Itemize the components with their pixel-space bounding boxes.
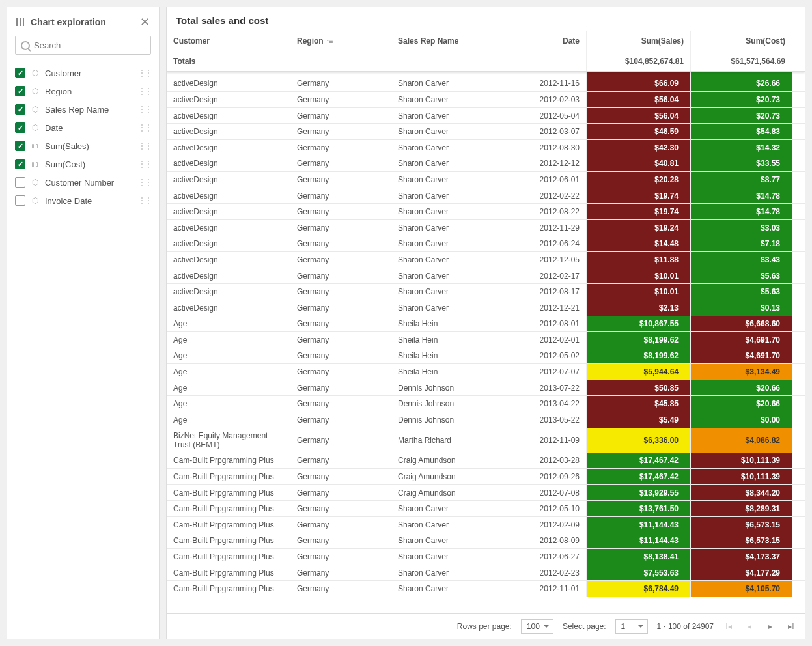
table-row[interactable]: activeDesignGermanySharon Carver2012-08-…	[167, 204, 805, 220]
table-body[interactable]: activeDesignGermanySharon Carver2012-12-…	[167, 72, 805, 613]
checkbox[interactable]	[15, 141, 25, 151]
checkbox[interactable]	[15, 195, 25, 206]
cube-icon: ⬡	[31, 196, 40, 205]
table-row[interactable]: activeDesignGermanySharon Carver2012-11-…	[167, 76, 805, 92]
page-first-icon[interactable]: I◂	[723, 621, 735, 632]
field-row[interactable]: ⬡Customer Number⋮⋮	[7, 173, 159, 191]
table-row[interactable]: Cam-Built Prpgramming PlusGermanySharon …	[167, 565, 805, 582]
table-row[interactable]: activeDesignGermanySharon Carver2012-12-…	[167, 252, 805, 268]
table-title: Total sales and cost	[167, 7, 805, 31]
field-row[interactable]: ⬡Date⋮⋮	[7, 119, 159, 137]
table-row[interactable]: Cam-Built Prpgramming PlusGermanyCraig A…	[167, 485, 805, 501]
table-row[interactable]: activeDesignGermanySharon Carver2012-12-…	[167, 300, 805, 316]
cube-icon: ⬡	[31, 123, 40, 132]
field-label: Sum(Cost)	[45, 160, 133, 169]
rows-per-page-select[interactable]: 100	[521, 619, 553, 634]
table-row[interactable]: BizNet Equity Management Trust (BEMT)Ger…	[167, 428, 805, 453]
col-sales-rep[interactable]: Sales Rep Name	[391, 31, 492, 51]
table-row[interactable]: Cam-Built Prpgramming PlusGermanySharon …	[167, 581, 805, 597]
select-page-select[interactable]: 1	[615, 619, 648, 634]
table-row[interactable]: activeDesignGermanySharon Carver2012-11-…	[167, 220, 805, 236]
table-row[interactable]: activeDesignGermanySharon Carver2012-02-…	[167, 188, 805, 204]
col-sum-sales[interactable]: Sum(Sales)	[587, 31, 691, 51]
page-next-icon[interactable]: ▸	[764, 621, 776, 632]
drag-handle-icon[interactable]: ⋮⋮	[138, 68, 151, 77]
cube-icon: ⬡	[31, 178, 40, 187]
field-label: Sales Rep Name	[45, 105, 133, 115]
table-row[interactable]: activeDesignGermanySharon Carver2012-06-…	[167, 172, 805, 188]
table-row[interactable]: Cam-Built Prpgramming PlusGermanyCraig A…	[167, 453, 805, 470]
drag-handle-icon[interactable]: ⋮⋮	[138, 123, 151, 132]
drag-handle-icon[interactable]: ⋮⋮	[138, 87, 151, 96]
bars-icon: ⫾⫾	[31, 160, 40, 169]
rows-per-page-label: Rows per page:	[457, 622, 512, 631]
table-row[interactable]: activeDesignGermanySharon Carver2012-12-…	[167, 72, 805, 76]
checkbox[interactable]	[15, 159, 25, 169]
main-panel: Total sales and cost Customer Region↑≡ S…	[166, 7, 805, 639]
field-row[interactable]: ⬡Sales Rep Name⋮⋮	[7, 100, 159, 119]
close-icon[interactable]: ✕	[140, 15, 150, 29]
table-row[interactable]: Cam-Built Prpgramming PlusGermanySharon …	[167, 517, 805, 533]
table-row[interactable]: activeDesignGermanySharon Carver2012-02-…	[167, 92, 805, 108]
page-prev-icon[interactable]: ◂	[744, 621, 755, 632]
table-row[interactable]: activeDesignGermanySharon Carver2012-08-…	[167, 284, 805, 300]
table-row[interactable]: activeDesignGermanySharon Carver2012-03-…	[167, 124, 805, 140]
select-page-label: Select page:	[563, 622, 606, 631]
field-row[interactable]: ⬡Invoice Date⋮⋮	[7, 191, 159, 210]
range-text: 1 - 100 of 24907	[657, 622, 714, 631]
table-row[interactable]: Cam-Built Prpgramming PlusGermanySharon …	[167, 501, 805, 517]
drag-handle-icon[interactable]: ⋮⋮	[138, 160, 151, 169]
drag-handle-icon[interactable]: ⋮⋮	[138, 141, 151, 150]
table-row[interactable]: AgeGermanySheila Hein2012-07-07$5,944.64…	[167, 364, 805, 380]
field-row[interactable]: ⫾⫾Sum(Sales)⋮⋮	[7, 137, 159, 155]
drag-handle-icon[interactable]: ⋮⋮	[138, 196, 151, 205]
table-row[interactable]: AgeGermanySheila Hein2012-08-01$10,867.5…	[167, 316, 805, 333]
app-root: Chart exploration ✕ ⬡Customer⋮⋮⬡Region⋮⋮…	[0, 0, 812, 646]
table-row[interactable]: activeDesignGermanySharon Carver2012-08-…	[167, 140, 805, 156]
col-customer[interactable]: Customer	[167, 31, 290, 51]
table-row[interactable]: AgeGermanySheila Hein2012-05-02$8,199.62…	[167, 348, 805, 365]
table-row[interactable]: Cam-Built Prpgramming PlusGermanySharon …	[167, 533, 805, 550]
totals-sales: $104,852,674.81	[587, 51, 691, 71]
totals-row: Totals $104,852,674.81 $61,571,564.69	[167, 51, 805, 72]
table-row[interactable]: AgeGermanyDennis Johnson2013-05-22$5.49$…	[167, 412, 805, 428]
field-row[interactable]: ⫾⫾Sum(Cost)⋮⋮	[7, 155, 159, 173]
field-row[interactable]: ⬡Region⋮⋮	[7, 82, 159, 100]
field-row[interactable]: ⬡Customer⋮⋮	[7, 64, 159, 82]
sidebar-title: Chart exploration	[16, 17, 106, 27]
sliders-icon	[16, 18, 25, 27]
checkbox[interactable]	[15, 86, 25, 96]
cube-icon: ⬡	[31, 87, 40, 96]
checkbox[interactable]	[15, 68, 25, 78]
totals-cost: $61,571,564.69	[691, 51, 792, 71]
checkbox[interactable]	[15, 122, 25, 133]
cube-icon: ⬡	[31, 105, 40, 114]
table-row[interactable]: activeDesignGermanySharon Carver2012-02-…	[167, 268, 805, 285]
table-row[interactable]: Cam-Built Prpgramming PlusGermanySharon …	[167, 549, 805, 565]
col-region[interactable]: Region↑≡	[290, 31, 391, 51]
checkbox[interactable]	[15, 177, 25, 188]
table-row[interactable]: Cam-Built Prpgramming PlusGermanyCraig A…	[167, 469, 805, 485]
table-row[interactable]: activeDesignGermanySharon Carver2012-12-…	[167, 156, 805, 173]
field-label: Customer Number	[45, 178, 133, 188]
table-row[interactable]: activeDesignGermanySharon Carver2012-05-…	[167, 108, 805, 124]
totals-label: Totals	[167, 51, 290, 71]
cube-icon: ⬡	[31, 68, 40, 77]
table-row[interactable]: AgeGermanySheila Hein2012-02-01$8,199.62…	[167, 332, 805, 348]
bars-icon: ⫾⫾	[31, 141, 40, 150]
drag-handle-icon[interactable]: ⋮⋮	[138, 178, 151, 187]
field-label: Sum(Sales)	[45, 141, 133, 151]
page-last-icon[interactable]: ▸I	[785, 621, 797, 632]
table-row[interactable]: activeDesignGermanySharon Carver2012-06-…	[167, 236, 805, 253]
sidebar-header: Chart exploration ✕	[7, 15, 159, 36]
table-row[interactable]: AgeGermanyDennis Johnson2013-07-22$50.85…	[167, 380, 805, 397]
drag-handle-icon[interactable]: ⋮⋮	[138, 105, 151, 114]
sidebar: Chart exploration ✕ ⬡Customer⋮⋮⬡Region⋮⋮…	[7, 7, 160, 639]
search-input[interactable]	[34, 40, 145, 50]
checkbox[interactable]	[15, 104, 25, 115]
search-box[interactable]	[15, 36, 151, 55]
table-row[interactable]: AgeGermanyDennis Johnson2013-04-22$45.85…	[167, 396, 805, 412]
col-date[interactable]: Date	[492, 31, 587, 51]
col-sum-cost[interactable]: Sum(Cost)	[691, 31, 792, 51]
sidebar-title-text: Chart exploration	[31, 17, 106, 27]
